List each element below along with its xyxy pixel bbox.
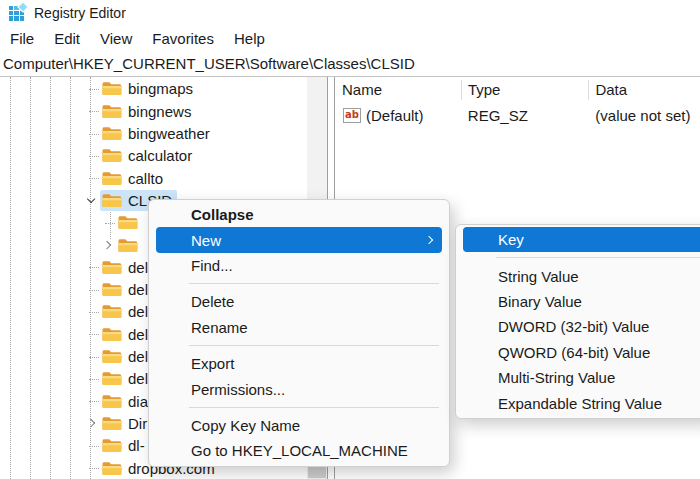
tree-item-body[interactable]: del [100,257,153,278]
tree-item-body[interactable]: dia [100,391,153,412]
column-header-name[interactable]: Name [336,80,462,100]
tree-item-del[interactable]: del [82,368,153,390]
context-menu-item-permissions-label: Permissions... [191,381,285,398]
tree-item-body[interactable] [116,236,149,255]
tree-item-label: del [128,281,148,298]
context-menu-item-delete[interactable]: Delete [156,289,442,314]
folder-icon [102,349,122,364]
context-menu-item-export[interactable]: Export [156,351,442,376]
context-menu-item-find[interactable]: Find... [156,253,442,278]
value-type-cell: REG_SZ [462,107,590,124]
submenu-item-binary-value-label: Binary Value [498,293,582,310]
tree-item-dl[interactable]: dl- [82,435,150,457]
scrollbar-thumb[interactable] [308,467,326,478]
tree-connector [82,80,100,98]
tree-item-label: dl- [128,437,145,454]
tree-item-body[interactable]: bingnews [100,101,196,122]
tree-item-clsid-child-7[interactable] [98,234,149,256]
tree-indent-guide [70,77,71,479]
tree-item-bingnews[interactable]: bingnews [82,100,196,122]
submenu-item-dword-32-bit-value[interactable]: DWORD (32-bit) Value [463,314,700,339]
address-bar[interactable]: Computer\HKEY_CURRENT_USER\Software\Clas… [0,50,700,77]
tree-item-label: del [128,326,148,343]
submenu-arrow-icon [425,236,433,244]
submenu-item-qword-64-bit-value-label: QWORD (64-bit) Value [498,344,650,361]
tree-connector [82,392,100,410]
menubar-item-favorites[interactable]: Favorites [142,28,224,49]
tree-item-body[interactable]: calculator [100,145,197,166]
column-header-data[interactable]: Data [589,80,700,100]
tree-item-clsid-child-6[interactable] [98,212,149,234]
chevron-right-icon[interactable] [98,236,116,254]
submenu-item-key[interactable]: Key [463,227,700,252]
submenu-item-string-value[interactable]: String Value [463,263,700,288]
tree-connector [82,303,100,321]
tree-connector [82,125,100,143]
tree-item-dia[interactable]: dia [82,390,153,412]
folder-icon [102,171,122,186]
menubar-item-file[interactable]: File [0,28,44,49]
tree-item-del[interactable]: del [82,323,153,345]
submenu-item-multi-string-value[interactable]: Multi-String Value [463,365,700,390]
value-data-cell: (value not set) [589,107,700,124]
tree-item-calculator[interactable]: calculator [82,145,197,167]
tree-item-del[interactable]: del [82,345,153,367]
tree-connector [82,102,100,120]
tree-item-del[interactable]: del [82,279,153,301]
tree-item-bingweather[interactable]: bingweather [82,122,215,144]
folder-icon [118,238,138,253]
context-menu-item-collapse-label: Collapse [191,206,254,223]
context-menu-item-export-label: Export [191,355,234,372]
folder-icon [102,438,122,453]
submenu-item-qword-64-bit-value[interactable]: QWORD (64-bit) Value [463,340,700,365]
tree-item-body[interactable]: bingmaps [100,78,198,99]
context-menu: CollapseNewFind...DeleteRenameExportPerm… [148,199,450,467]
value-name-cell: ab(Default) [336,107,462,124]
chevron-right-icon[interactable] [82,414,100,432]
context-menu-item-collapse[interactable]: Collapse [156,202,442,227]
tree-item-label: del [128,259,148,276]
tree-item-body[interactable]: dl- [100,435,150,456]
context-menu-item-go-to-hkey-local-machine-label: Go to HKEY_LOCAL_MACHINE [191,442,408,459]
folder-icon [102,416,122,431]
tree-item-body[interactable]: del [100,301,153,322]
tree-item-label: calculator [128,147,192,164]
tree-connector [82,258,100,276]
menu-separator [189,345,439,346]
tree-connector [82,437,100,455]
folder-icon [102,282,122,297]
context-menu-item-copy-key-name[interactable]: Copy Key Name [156,413,442,438]
value-row[interactable]: ab(Default)REG_SZ(value not set) [336,102,700,128]
context-menu-item-permissions[interactable]: Permissions... [156,376,442,401]
tree-item-body[interactable]: del [100,368,153,389]
context-menu-item-go-to-hkey-local-machine[interactable]: Go to HKEY_LOCAL_MACHINE [156,438,442,463]
tree-indent-guide [30,77,31,479]
context-menu-item-new[interactable]: New [156,227,442,252]
tree-item-del[interactable]: del [82,256,153,278]
menubar-item-view[interactable]: View [90,28,142,49]
tree-item-label: Dir [128,415,147,432]
tree-item-callto[interactable]: callto [82,167,168,189]
chevron-down-icon[interactable] [82,191,100,209]
context-menu-item-rename[interactable]: Rename [156,315,442,340]
submenu-item-binary-value[interactable]: Binary Value [463,289,700,314]
tree-item-body[interactable]: Dir [100,413,152,434]
menubar-item-edit[interactable]: Edit [44,28,90,49]
tree-connector [82,147,100,165]
tree-item-dir[interactable]: Dir [82,412,152,434]
tree-item-del[interactable]: del [82,301,153,323]
menubar-item-help[interactable]: Help [224,28,275,49]
tree-item-body[interactable]: del [100,346,153,367]
tree-item-body[interactable]: del [100,324,153,345]
tree-item-body[interactable] [116,213,149,232]
tree-item-body[interactable]: bingweather [100,123,215,144]
column-header-type[interactable]: Type [462,80,590,100]
submenu-item-expandable-string-value[interactable]: Expandable String Value [463,390,700,415]
tree-connector [82,325,100,343]
tree-item-body[interactable]: callto [100,168,168,189]
tree-item-body[interactable]: del [100,279,153,300]
folder-icon [102,461,122,476]
tree-item-bingmaps[interactable]: bingmaps [82,78,198,100]
context-menu-item-delete-label: Delete [191,293,234,310]
folder-icon [102,394,122,409]
